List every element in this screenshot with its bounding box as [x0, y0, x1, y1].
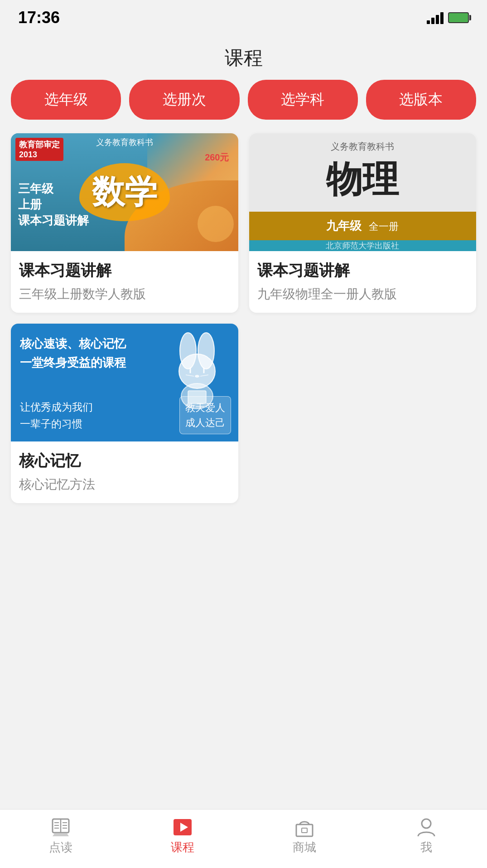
nav-label-reading: 点读: [49, 839, 72, 855]
course-card-physics[interactable]: 义务教育教科书 物理 九年级 全一册 北京师范大学出版社 课本习题讲解 九年级物…: [249, 133, 477, 313]
svg-rect-20: [296, 824, 313, 836]
physics-cover: 义务教育教科书 物理 九年级 全一册 北京师范大学出版社: [249, 133, 477, 251]
page-title: 课程: [0, 32, 487, 80]
svg-point-22: [422, 819, 431, 828]
filter-volume-btn[interactable]: 选册次: [129, 80, 239, 120]
course-card-physics-subtitle: 九年级物理全一册人教版: [257, 286, 468, 303]
me-icon: [415, 818, 438, 837]
filter-edition-btn[interactable]: 选版本: [366, 80, 476, 120]
course-card-math-title: 课本习题讲解: [19, 260, 230, 281]
signal-icon: [427, 11, 444, 24]
course-card-math-subtitle: 三年级上册数学人教版: [19, 286, 230, 303]
course-icon: [171, 818, 194, 837]
math-cover: 教育部审定2013 义务教育教科书 数学 三年级上册课本习题讲解 260元: [11, 133, 238, 251]
reading-icon: [49, 818, 72, 837]
nav-item-me[interactable]: 我: [365, 818, 487, 860]
shop-icon: [293, 818, 316, 837]
nav-label-course: 课程: [171, 839, 194, 855]
memory-cover: 核心速读、核心记忆 一堂终身受益的课程: [11, 324, 238, 441]
nav-label-me: 我: [420, 839, 432, 855]
course-card-memory[interactable]: 核心速读、核心记忆 一堂终身受益的课程: [11, 324, 238, 503]
nav-item-shop[interactable]: 商城: [244, 818, 366, 860]
course-card-memory-title: 核心记忆: [19, 451, 230, 471]
course-card-physics-image: 义务教育教科书 物理 九年级 全一册 北京师范大学出版社: [249, 133, 477, 251]
course-card-math-info: 课本习题讲解 三年级上册数学人教版: [11, 251, 238, 313]
course-grid: 教育部审定2013 义务教育教科书 数学 三年级上册课本习题讲解 260元 课本…: [0, 133, 487, 503]
svg-point-5: [195, 375, 199, 378]
filter-row: 选年级 选册次 选学科 选版本: [0, 80, 487, 133]
nav-item-course[interactable]: 课程: [122, 818, 244, 860]
status-time: 17:36: [18, 8, 60, 27]
course-card-physics-title: 课本习题讲解: [257, 260, 468, 281]
course-card-math-image: 教育部审定2013 义务教育教科书 数学 三年级上册课本习题讲解 260元: [11, 133, 238, 251]
status-bar: 17:36: [0, 0, 487, 32]
course-card-memory-image: 核心速读、核心记忆 一堂终身受益的课程: [11, 324, 238, 441]
course-card-memory-info: 核心记忆 核心记忆方法: [11, 441, 238, 503]
battery-icon: [448, 12, 469, 23]
course-card-math[interactable]: 教育部审定2013 义务教育教科书 数学 三年级上册课本习题讲解 260元 课本…: [11, 133, 238, 313]
course-card-physics-info: 课本习题讲解 九年级物理全一册人教版: [249, 251, 477, 313]
nav-item-reading[interactable]: 点读: [0, 818, 122, 860]
svg-rect-21: [302, 828, 307, 833]
filter-subject-btn[interactable]: 选学科: [248, 80, 358, 120]
course-card-memory-subtitle: 核心记忆方法: [19, 476, 230, 493]
filter-grade-btn[interactable]: 选年级: [11, 80, 121, 120]
nav-label-shop: 商城: [293, 839, 316, 855]
bottom-nav: 点读 课程 商城 我: [0, 809, 487, 868]
status-icons: [427, 11, 469, 24]
